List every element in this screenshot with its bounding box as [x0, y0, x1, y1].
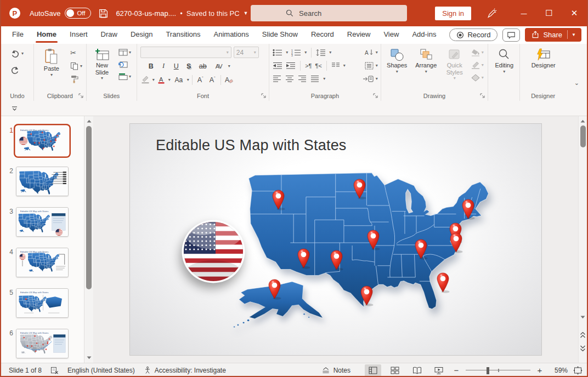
slide-title[interactable]: Editable US Map with States [156, 137, 347, 154]
strikethrough-button[interactable]: ab [196, 61, 210, 71]
slide-thumbnail-5[interactable]: Editable US Map with States [16, 288, 69, 318]
search-input[interactable]: Search [251, 5, 407, 21]
map-pin[interactable] [267, 278, 282, 302]
tab-review[interactable]: Review [341, 26, 377, 44]
quick-styles-button[interactable]: Quick Styles ▾ [443, 47, 467, 91]
underline-button[interactable]: U [171, 61, 182, 71]
slide-counter[interactable]: Slide 1 of 8 [9, 367, 42, 374]
bold-button[interactable]: B [146, 61, 156, 71]
thumbnail-scrollbar[interactable] [84, 116, 93, 363]
share-button[interactable]: Share ▼ [525, 28, 581, 42]
italic-button[interactable]: I [159, 61, 169, 71]
paste-button[interactable]: Paste ▾ [37, 47, 66, 91]
shapes-button[interactable]: Shapes ▾ [385, 47, 410, 91]
tab-file[interactable]: File [5, 26, 30, 44]
tab-animations[interactable]: Animations [207, 26, 256, 44]
map-pin[interactable] [414, 238, 428, 262]
reset-slide-button[interactable] [117, 60, 132, 69]
normal-view-button[interactable] [365, 364, 381, 376]
comments-button[interactable] [502, 28, 520, 42]
scroll-up-icon[interactable] [579, 117, 587, 125]
previous-slide-button[interactable] [579, 331, 587, 339]
new-slide-button[interactable]: New Slide ▾ [90, 47, 114, 91]
slide-thumbnail-6[interactable]: Editable US Map with States [16, 329, 69, 358]
powerpoint-logo-icon[interactable]: P [8, 6, 22, 20]
us-flag-badge[interactable] [179, 218, 247, 285]
shape-outline-button[interactable]: ▾ [470, 60, 485, 70]
scroll-down-icon[interactable] [84, 354, 93, 362]
format-painter-button[interactable] [69, 74, 83, 84]
font-name-select[interactable]: ▾ [140, 47, 231, 58]
slide-scroll-thumb[interactable] [580, 125, 586, 147]
map-pin[interactable] [296, 248, 311, 271]
map-pin[interactable] [461, 198, 476, 222]
map-pin[interactable] [449, 232, 463, 255]
close-button[interactable]: ✕ [562, 0, 587, 26]
character-spacing-button[interactable]: AV [212, 61, 226, 71]
ltr-paragraph-button[interactable]: >¶ [305, 62, 312, 69]
tab-transitions[interactable]: Transitions [159, 26, 207, 44]
slide-scrollbar[interactable] [578, 116, 587, 363]
tab-draw[interactable]: Draw [94, 26, 124, 44]
slide-layout-button[interactable]: ▾ [117, 48, 132, 57]
accessibility-status[interactable]: Accessibility: Investigate [144, 366, 226, 374]
thumbnail-scroll-thumb[interactable] [86, 126, 92, 289]
saved-status[interactable]: Saved to this PC [186, 9, 240, 18]
clipboard-dialog-launcher[interactable] [78, 93, 84, 99]
slide-thumbnail-3[interactable]: Editable US Map with States [16, 207, 69, 237]
fit-slide-button[interactable] [573, 366, 583, 375]
map-pin[interactable] [436, 272, 450, 295]
font-color-button[interactable]: A [156, 75, 167, 85]
undo-button[interactable]: ▾ [9, 47, 25, 60]
redo-button[interactable] [9, 63, 25, 77]
map-pin[interactable] [352, 178, 367, 202]
tab-slide-show[interactable]: Slide Show [256, 26, 304, 44]
tab-view[interactable]: View [377, 26, 405, 44]
justify-button[interactable]: ▾ [323, 77, 325, 81]
collapse-ribbon-chevron[interactable]: ⌄ [574, 79, 579, 87]
spell-check-button[interactable] [50, 367, 59, 374]
shape-fill-button[interactable]: ▾ [470, 48, 485, 58]
clear-formatting-button[interactable]: A [224, 75, 234, 85]
map-pin[interactable] [329, 249, 344, 273]
slide-thumbnail-4[interactable]: Editable US Map with States [16, 248, 69, 277]
slide-thumbnail-1[interactable]: Editable US Map with States [16, 126, 69, 156]
columns-button[interactable]: ▾ [343, 64, 346, 68]
line-spacing-button[interactable]: ▾ [329, 50, 331, 55]
customize-qat-button[interactable] [11, 106, 18, 111]
drawing-dialog-launcher[interactable] [480, 93, 485, 99]
tab-design[interactable]: Design [124, 26, 159, 44]
record-button[interactable]: Record [449, 28, 497, 41]
document-title[interactable]: 6270-03-us-map.... [116, 9, 176, 18]
sign-in-button[interactable]: Sign in [435, 7, 471, 20]
tab-insert[interactable]: Insert [63, 26, 94, 44]
scroll-up-icon[interactable] [84, 117, 93, 125]
font-size-select[interactable]: 24▾ [234, 47, 259, 58]
autosave-toggle[interactable]: Off [65, 8, 91, 19]
zoom-slider[interactable] [466, 364, 530, 376]
zoom-in-button[interactable]: + [536, 365, 544, 375]
notes-button[interactable]: Notes [321, 367, 350, 374]
highlight-color-button[interactable] [140, 75, 151, 85]
arrange-button[interactable]: Arrange ▾ [413, 47, 439, 91]
zoom-slider-thumb[interactable] [487, 367, 489, 374]
decrease-font-size-button[interactable]: Aˇ [207, 75, 218, 85]
maximize-button[interactable]: ☐ [536, 0, 562, 26]
copy-button[interactable]: ▾ [69, 61, 83, 71]
text-direction-button[interactable]: ▾ [376, 50, 378, 55]
next-slide-button[interactable] [579, 344, 587, 352]
paragraph-dialog-launcher[interactable] [373, 93, 378, 99]
section-button[interactable]: ▾ [117, 72, 132, 81]
tab-record[interactable]: Record [304, 26, 341, 44]
editing-button[interactable]: Editing ▾ [491, 47, 517, 91]
zoom-level[interactable]: 59% [549, 367, 568, 374]
numbering-button[interactable]: ▾ [304, 50, 307, 55]
tab-home[interactable]: Home [30, 26, 63, 44]
tab-add-ins[interactable]: Add-ins [405, 26, 443, 44]
map-pin[interactable] [271, 189, 286, 213]
increase-font-size-button[interactable]: Aˆ [195, 75, 206, 85]
zoom-out-button[interactable]: − [453, 365, 460, 375]
feedback-pen-icon[interactable] [487, 8, 497, 19]
designer-button[interactable]: Designer [528, 47, 559, 91]
slide-thumbnail-2[interactable] [16, 167, 69, 196]
